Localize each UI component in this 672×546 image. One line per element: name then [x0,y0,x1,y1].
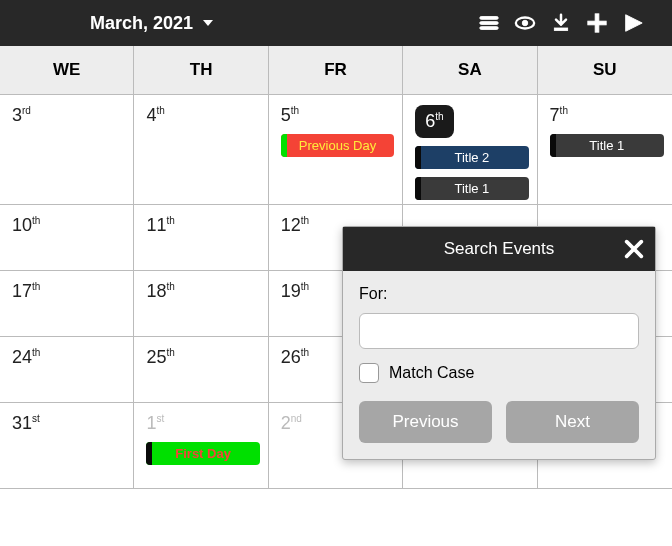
play-icon[interactable] [622,12,644,34]
svg-rect-2 [480,27,498,30]
svg-rect-5 [554,28,567,31]
calendar-event[interactable]: Title 1 [550,134,664,157]
plus-icon[interactable] [586,12,608,34]
day-number: 19th [281,281,309,301]
menu-icon[interactable] [478,12,500,34]
weekday-header-cell: WE [0,46,134,94]
calendar-event[interactable]: First Day [146,442,259,465]
day-number: 31st [12,413,40,433]
day-number: 12th [281,215,309,235]
svg-marker-8 [626,15,643,32]
search-events-popup: Search Events For: Match Case Previous N… [342,226,656,460]
svg-rect-1 [480,22,498,25]
weekday-header: WE TH FR SA SU [0,46,672,95]
day-number: 18th [146,281,174,301]
weekday-header-cell: SA [403,46,537,94]
day-number: 3rd [12,105,31,125]
svg-rect-7 [588,21,606,25]
calendar-event[interactable]: Title 1 [415,177,528,200]
svg-point-4 [522,20,528,26]
svg-rect-0 [480,17,498,20]
previous-button[interactable]: Previous [359,401,492,443]
day-number: 26th [281,347,309,367]
caret-down-icon [203,20,213,26]
day-number: 5th [281,105,299,125]
day-number: 11th [146,215,174,235]
day-cell[interactable]: 24th [0,337,134,402]
toolbar-icons [478,12,644,34]
popup-header: Search Events [343,227,655,271]
day-number: 10th [12,215,40,235]
calendar-event[interactable]: Title 2 [415,146,528,169]
weekday-header-cell: SU [538,46,672,94]
day-number: 7th [550,105,568,125]
week-row: 3rd4th5thPrevious Day6thTitle 2Title 17t… [0,95,672,205]
popup-buttons: Previous Next [359,401,639,443]
day-cell[interactable]: 31st [0,403,134,488]
day-cell[interactable]: 3rd [0,95,134,204]
weekday-header-cell: TH [134,46,268,94]
popup-body: For: Match Case Previous Next [343,271,655,459]
search-input[interactable] [359,313,639,349]
day-cell[interactable]: 6thTitle 2Title 1 [403,95,537,204]
day-cell[interactable]: 1stFirst Day [134,403,268,488]
day-cell[interactable]: 18th [134,271,268,336]
day-cell[interactable]: 4th [134,95,268,204]
day-number: 1st [146,413,164,433]
day-number: 4th [146,105,164,125]
calendar-event[interactable]: Previous Day [281,134,394,157]
match-case-label: Match Case [389,364,474,382]
next-button[interactable]: Next [506,401,639,443]
day-cell[interactable]: 25th [134,337,268,402]
match-case-row: Match Case [359,363,639,383]
month-picker[interactable]: March, 2021 [90,13,213,34]
day-number: 17th [12,281,40,301]
day-cell[interactable]: 17th [0,271,134,336]
top-bar: March, 2021 [0,0,672,46]
day-cell[interactable]: 7thTitle 1 [538,95,672,204]
day-number: 24th [12,347,40,367]
month-label-text: March, 2021 [90,13,193,34]
day-number: 2nd [281,413,302,433]
download-icon[interactable] [550,12,572,34]
day-number: 25th [146,347,174,367]
popup-title: Search Events [444,239,555,258]
close-icon[interactable] [621,236,647,262]
weekday-header-cell: FR [269,46,403,94]
eye-icon[interactable] [514,12,536,34]
day-cell[interactable]: 11th [134,205,268,270]
match-case-checkbox[interactable] [359,363,379,383]
for-label: For: [359,285,639,303]
day-cell[interactable]: 10th [0,205,134,270]
today-badge: 6th [415,105,453,138]
day-cell[interactable]: 5thPrevious Day [269,95,403,204]
